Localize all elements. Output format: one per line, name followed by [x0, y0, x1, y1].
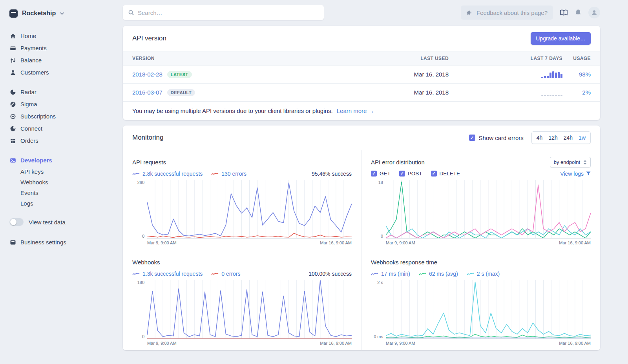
monitoring-panels: API requests 2.8k successful requests 13… [123, 150, 600, 350]
subscriptions-icon [9, 113, 16, 120]
show-card-errors-checkbox[interactable]: ✓ Show card errors [469, 135, 524, 141]
default-badge: DEFAULT [167, 89, 195, 96]
endpoint-delete-checkbox[interactable]: ✓ DELETE [431, 171, 460, 177]
docs-button[interactable] [560, 9, 568, 16]
range-4h[interactable]: 4h [537, 135, 543, 141]
checkbox-checked-icon: ✓ [399, 171, 405, 177]
sidebar-item-api-keys[interactable]: API keys [9, 166, 110, 177]
sidebar-item-payments[interactable]: Payments [9, 42, 110, 54]
footer-text: You may be using multiple API versions d… [132, 107, 333, 114]
usage-percent-link[interactable]: 98% [562, 71, 591, 78]
feedback-button[interactable]: Feedback about this page? [461, 5, 553, 20]
notifications-button[interactable] [575, 9, 582, 16]
home-icon [9, 33, 16, 39]
usage-sparkline [449, 71, 562, 78]
sidebar-item-connect[interactable]: Connect [9, 122, 110, 135]
version-link[interactable]: 2018-02-28 [132, 71, 162, 78]
sidebar-item-events[interactable]: Events [9, 187, 110, 198]
legend-errors[interactable]: 0 errors [211, 271, 240, 277]
line-squiggle-icon [211, 171, 219, 176]
view-logs-link[interactable]: View logs [560, 171, 591, 177]
megaphone-icon [466, 10, 473, 16]
table-row: 2018-02-28 LATEST Mar 16, 2018 98% [123, 66, 600, 84]
success-rate: 100.00% success [309, 271, 352, 277]
y-axis-labels: 180 0 [132, 280, 147, 339]
endpoint-get-checkbox[interactable]: ✓ GET [371, 171, 391, 177]
sidebar-item-sigma[interactable]: Sigma [9, 98, 110, 110]
line-squiggle-icon [371, 271, 378, 276]
feedback-label: Feedback about this page? [476, 9, 548, 16]
sidebar-item-radar[interactable]: Radar [9, 86, 110, 98]
legend-errors[interactable]: 130 errors [211, 171, 246, 177]
table-row: 2016-03-07 DEFAULT Mar 16, 2018 2% [123, 84, 600, 102]
api-error-distribution-chart [386, 180, 591, 238]
sigma-icon [9, 101, 16, 107]
sidebar-item-developers[interactable]: Developers [9, 154, 110, 166]
radar-icon [9, 89, 16, 95]
gift-icon [9, 138, 16, 144]
endpoint-post-checkbox[interactable]: ✓ POST [399, 171, 422, 177]
person-icon [9, 69, 16, 76]
legend-max[interactable]: 2 s (max) [467, 271, 500, 277]
api-version-table-header: VERSION LAST USED LAST 7 DAYS USAGE [123, 51, 600, 66]
range-24h[interactable]: 24h [564, 135, 573, 141]
search-icon [128, 9, 134, 16]
view-test-data-toggle[interactable] [9, 218, 24, 226]
time-range-selector: 4h 12h 24h 1w [531, 131, 591, 144]
panel-title: Webhooks response time [371, 259, 437, 266]
panel-title: API requests [132, 159, 166, 166]
endpoint-select[interactable]: by endpoint [550, 157, 591, 167]
range-12h[interactable]: 12h [548, 135, 557, 141]
x-axis-labels: Mar 9, 9:00 AM Mar 16, 9:00 AM [147, 238, 352, 247]
webhooks-chart [147, 280, 352, 339]
sidebar-item-subscriptions[interactable]: Subscriptions [9, 110, 110, 122]
legend-successful-requests[interactable]: 2.8k successful requests [132, 171, 203, 177]
terminal-icon [9, 157, 16, 164]
sidebar-item-logs[interactable]: Logs [9, 198, 110, 209]
webhooks-response-time-chart [386, 280, 591, 339]
account-switcher[interactable]: Rocketship [9, 6, 110, 20]
user-menu-button[interactable] [588, 7, 600, 18]
search-input[interactable] [138, 9, 319, 16]
sidebar-item-home[interactable]: Home [9, 30, 110, 42]
line-squiggle-icon [211, 271, 219, 276]
line-squiggle-icon [467, 271, 474, 276]
learn-more-link[interactable]: Learn more → [337, 107, 374, 114]
range-1w[interactable]: 1w [579, 135, 586, 141]
view-test-data-row: View test data [9, 218, 110, 226]
api-version-card: API version Upgrade available… VERSION L… [123, 26, 600, 120]
chevron-down-icon [60, 12, 64, 15]
legend-successful-requests[interactable]: 1.3k successful requests [132, 271, 203, 277]
line-squiggle-icon [419, 271, 426, 276]
sidebar-item-balance[interactable]: Balance [9, 54, 110, 66]
sidebar-item-business-settings[interactable]: Business settings [9, 236, 110, 248]
legend-avg[interactable]: 62 ms (avg) [419, 271, 458, 277]
topbar-actions: Feedback about this page? [461, 5, 600, 20]
usage-percent-link[interactable]: 2% [562, 89, 591, 96]
x-axis-labels: Mar 9, 9:00 AM Mar 16, 9:00 AM [386, 339, 591, 347]
connect-icon [9, 126, 16, 132]
line-squiggle-icon [132, 171, 140, 176]
sidebar-item-customers[interactable]: Customers [9, 66, 110, 78]
checkbox-checked-icon: ✓ [371, 171, 377, 177]
sidebar-nav: Home Payments Balance Customers [9, 30, 110, 248]
legend-min[interactable]: 17 ms (min) [371, 271, 410, 277]
filter-funnel-icon [586, 171, 591, 176]
developers-submenu: API keys Webhooks Events Logs [9, 166, 110, 209]
upgrade-available-button[interactable]: Upgrade available… [531, 32, 591, 45]
last-used-value: Mar 16, 2018 [386, 89, 449, 96]
sidebar-item-webhooks[interactable]: Webhooks [9, 177, 110, 187]
account-name: Rocketship [22, 10, 56, 17]
version-link[interactable]: 2016-03-07 [132, 89, 162, 96]
checkbox-checked-icon: ✓ [431, 171, 437, 177]
y-axis-labels: 2 s 0 ms [371, 280, 386, 339]
account-logo-icon [9, 9, 18, 18]
y-axis-labels: 260 0 [132, 180, 147, 238]
y-axis-labels: 18 0 [371, 180, 386, 238]
monitoring-card: Monitoring ✓ Show card errors 4h 12h 24h… [123, 126, 600, 350]
sidebar-item-orders[interactable]: Orders [9, 135, 110, 147]
search-box[interactable] [123, 5, 324, 20]
bell-icon [575, 9, 582, 16]
select-arrows-icon [583, 160, 587, 165]
panel-title: Webhooks [132, 259, 160, 266]
